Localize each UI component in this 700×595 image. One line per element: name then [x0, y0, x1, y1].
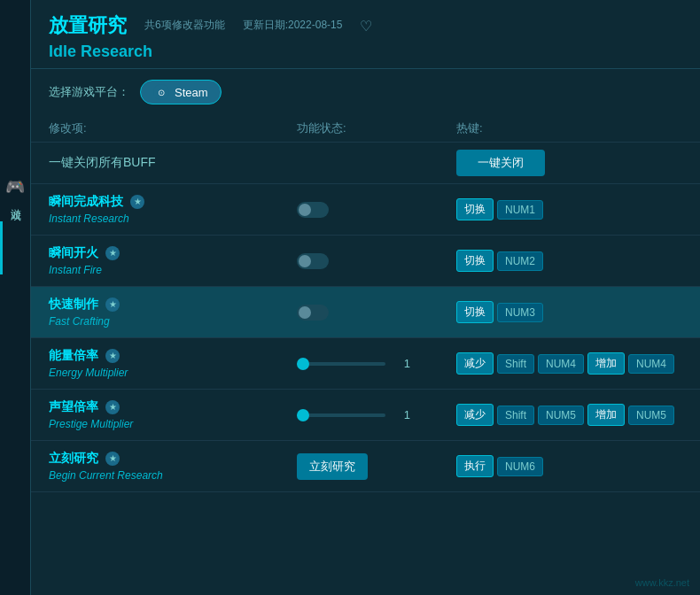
header-top: 放置研究 共6项修改器功能 更新日期:2022-08-15 ♡	[49, 12, 682, 39]
col-mod: 修改项:	[49, 120, 297, 136]
mod-en-prestige: Prestige Multiplier	[49, 418, 133, 430]
hotkey-key-3[interactable]: NUM3	[497, 303, 543, 322]
hotkey-decrease-energy[interactable]: 减少	[456, 352, 494, 375]
mod-en-energy: Energy Multiplier	[49, 367, 128, 379]
begin-research-status: 立刻研究	[297, 453, 456, 480]
header: 放置研究 共6项修改器功能 更新日期:2022-08-15 ♡ Idle Res…	[31, 0, 700, 69]
hotkey-key-dec-prestige[interactable]: NUM5	[538, 406, 584, 425]
toggle-2-container	[297, 253, 456, 269]
hotkey-key-2[interactable]: NUM2	[497, 251, 543, 271]
mod-name-instant-fire: 瞬间开火 ★ Instant Fire	[49, 244, 297, 277]
toggle-3-container	[297, 305, 456, 321]
star-icon-begin[interactable]: ★	[105, 452, 120, 466]
begin-research-button[interactable]: 立刻研究	[297, 453, 368, 480]
sidebar-indicator	[0, 221, 3, 274]
mod-en-2: Instant Fire	[49, 264, 102, 276]
hotkey-shift-energy[interactable]: Shift	[497, 354, 534, 374]
watermark: www.kkz.net	[635, 577, 689, 588]
star-icon-3[interactable]: ★	[105, 298, 120, 312]
columns-header: 修改项: 功能状态: 热键:	[31, 115, 700, 143]
hotkey-key-inc-prestige[interactable]: NUM5	[628, 406, 674, 425]
energy-value: 1	[393, 357, 410, 370]
mod-name-instant-research: 瞬间完成科技 ★ Instant Research	[49, 193, 297, 226]
hotkey-action-1[interactable]: 切换	[456, 198, 494, 220]
hotkey-increase-energy[interactable]: 增加	[587, 352, 625, 375]
col-hotkey: 热键:	[456, 120, 682, 136]
hotkey-key-dec-energy[interactable]: NUM4	[538, 354, 584, 374]
title-english: Idle Research	[49, 42, 682, 61]
slider-container-energy: 1	[297, 357, 456, 370]
mod-name-energy: 能量倍率 ★ Energy Multiplier	[49, 347, 297, 380]
hotkey-key-1[interactable]: NUM1	[497, 200, 543, 220]
mod-cn-begin: 立刻研究	[49, 451, 98, 465]
star-icon-2[interactable]: ★	[105, 246, 120, 260]
toggle-1-container	[297, 202, 456, 218]
hotkey-group-3: 切换 NUM3	[456, 301, 682, 323]
update-date: 更新日期:2022-08-15	[243, 18, 343, 35]
hotkey-group-begin: 执行 NUM6	[456, 455, 682, 477]
sidebar: 🎮 游戏	[0, 0, 31, 595]
steam-logo-icon: ⊙	[153, 84, 169, 100]
mod-cn-prestige: 声望倍率	[49, 399, 98, 413]
heart-icon[interactable]: ♡	[360, 18, 372, 35]
hotkey-action-3[interactable]: 切换	[456, 301, 494, 323]
hotkey-group-2: 切换 NUM2	[456, 250, 682, 272]
toggle-knob-2	[299, 255, 311, 267]
mod-name-begin-research: 立刻研究 ★ Begin Current Research	[49, 450, 297, 483]
mod-en-begin: Begin Current Research	[49, 469, 163, 482]
mod-name-fast-crafting: 快速制作 ★ Fast Crafting	[49, 296, 297, 328]
one-key-button[interactable]: 一键关闭	[456, 150, 545, 176]
energy-slider[interactable]	[297, 362, 385, 366]
one-key-label: 一键关闭所有BUFF	[49, 155, 297, 171]
prestige-value: 1	[393, 408, 410, 421]
mod-row-fast-crafting: 快速制作 ★ Fast Crafting 切换 NUM3	[31, 287, 700, 338]
title-chinese: 放置研究	[49, 12, 127, 39]
mod-cn-2: 瞬间开火	[49, 245, 98, 259]
game-icon: 🎮	[5, 177, 25, 197]
toggle-fast-crafting[interactable]	[297, 305, 329, 321]
one-key-row: 一键关闭所有BUFF 一键关闭	[31, 143, 700, 184]
steam-platform-button[interactable]: ⊙ Steam	[140, 80, 222, 104]
mod-cn-3: 快速制作	[49, 297, 98, 311]
hotkey-group-energy: 减少 Shift NUM4 增加 NUM4	[456, 352, 682, 375]
star-icon-1[interactable]: ★	[130, 195, 144, 209]
hotkey-group-1: 切换 NUM1	[456, 198, 682, 220]
mod-cn-1: 瞬间完成科技	[49, 194, 123, 208]
toggle-instant-research[interactable]	[297, 202, 329, 218]
col-status: 功能状态:	[297, 120, 456, 136]
hotkey-key-begin[interactable]: NUM6	[497, 457, 543, 476]
star-icon-energy[interactable]: ★	[105, 349, 120, 363]
hotkey-key-inc-energy[interactable]: NUM4	[628, 354, 674, 374]
hotkey-action-begin[interactable]: 执行	[456, 455, 494, 477]
slider-container-prestige: 1	[297, 408, 456, 421]
platform-label: 选择游戏平台：	[49, 84, 129, 100]
mod-row-instant-research: 瞬间完成科技 ★ Instant Research 切换 NUM1	[31, 184, 700, 236]
slider-row-prestige: 声望倍率 ★ Prestige Multiplier 1 减少 Shift NU…	[31, 390, 700, 441]
hotkey-increase-prestige[interactable]: 增加	[587, 404, 625, 426]
platform-row: 选择游戏平台： ⊙ Steam	[31, 69, 700, 115]
slider-row-energy: 能量倍率 ★ Energy Multiplier 1 减少 Shift NUM4…	[31, 338, 700, 390]
mod-name-prestige: 声望倍率 ★ Prestige Multiplier	[49, 398, 297, 431]
toggle-instant-fire[interactable]	[297, 253, 329, 269]
hotkey-group-prestige: 减少 Shift NUM5 增加 NUM5	[456, 404, 682, 426]
header-meta: 共6项修改器功能 更新日期:2022-08-15 ♡	[144, 18, 372, 35]
main-content: 放置研究 共6项修改器功能 更新日期:2022-08-15 ♡ Idle Res…	[31, 0, 700, 595]
toggle-knob-1	[299, 204, 311, 216]
mod-count: 共6项修改器功能	[144, 18, 225, 35]
mod-en-3: Fast Crafting	[49, 315, 110, 328]
star-icon-prestige[interactable]: ★	[105, 400, 120, 414]
toggle-knob-3	[299, 306, 311, 319]
mod-cn-energy: 能量倍率	[49, 348, 98, 362]
hotkey-decrease-prestige[interactable]: 减少	[456, 404, 494, 426]
sidebar-label: 游戏	[8, 200, 23, 204]
mod-row-instant-fire: 瞬间开火 ★ Instant Fire 切换 NUM2	[31, 236, 700, 287]
mod-row-begin-research: 立刻研究 ★ Begin Current Research 立刻研究 执行 NU…	[31, 441, 700, 492]
hotkey-shift-prestige[interactable]: Shift	[497, 406, 534, 425]
steam-label: Steam	[175, 86, 208, 99]
mod-en-1: Instant Research	[49, 212, 129, 225]
prestige-slider[interactable]	[297, 413, 385, 417]
hotkey-action-2[interactable]: 切换	[456, 250, 494, 272]
